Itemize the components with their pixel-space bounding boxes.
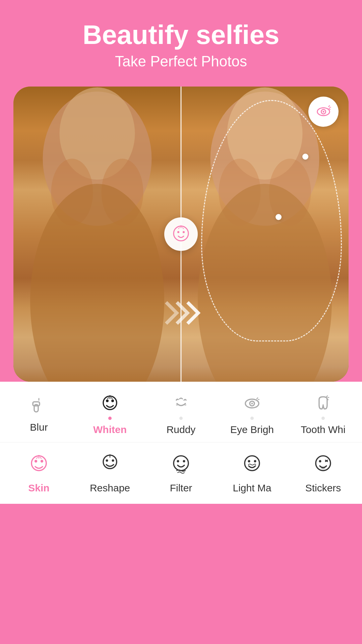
svg-point-53 xyxy=(321,467,325,469)
whiten-icon xyxy=(98,392,122,415)
svg-point-1 xyxy=(177,231,179,233)
svg-point-16 xyxy=(109,395,111,397)
skin-label: Skin xyxy=(28,482,49,494)
ruddy-label: Ruddy xyxy=(167,424,196,435)
photo-beautified xyxy=(181,87,349,382)
svg-point-44 xyxy=(177,460,179,462)
svg-point-20 xyxy=(176,404,178,406)
eye-preview-icon xyxy=(315,103,332,120)
svg-point-15 xyxy=(111,399,114,402)
preview-button[interactable] xyxy=(308,97,339,127)
category-stickers[interactable]: Stickers xyxy=(288,451,359,494)
face-icon xyxy=(171,224,191,244)
category-filter[interactable]: Filter xyxy=(145,451,217,494)
app-title: Beautify selfies xyxy=(13,20,349,50)
feature-ruddy[interactable]: Ruddy xyxy=(145,392,217,435)
svg-point-50 xyxy=(319,460,321,462)
reshape-icon xyxy=(97,451,123,478)
feature-blur[interactable]: Blur xyxy=(3,394,74,433)
tooth-whiten-label: Tooth Whi xyxy=(301,424,345,435)
category-reshape[interactable]: Reshape xyxy=(74,451,145,494)
svg-point-47 xyxy=(248,460,250,462)
eye-brighten-dot xyxy=(250,417,254,420)
face-drag-handle[interactable] xyxy=(164,217,198,251)
app-subtitle: Take Perfect Photos xyxy=(13,53,349,70)
svg-point-2 xyxy=(183,231,185,233)
svg-point-45 xyxy=(183,460,185,462)
feature-whiten[interactable]: Whiten xyxy=(74,392,145,435)
svg-point-0 xyxy=(174,226,188,241)
whiten-active-dot xyxy=(108,417,112,420)
feature-tooth-whiten[interactable]: Tooth Whi xyxy=(288,392,359,435)
svg-point-46 xyxy=(245,456,259,471)
svg-line-36 xyxy=(37,457,38,459)
blur-label: Blur xyxy=(30,422,48,433)
svg-point-33 xyxy=(41,460,43,463)
svg-line-19 xyxy=(111,397,112,399)
eye-brighten-label: Eye Brigh xyxy=(230,424,274,435)
arrow-indicator xyxy=(165,305,197,321)
reshape-label: Reshape xyxy=(90,482,130,494)
svg-point-24 xyxy=(251,402,253,404)
svg-rect-11 xyxy=(33,402,40,406)
svg-line-7 xyxy=(328,106,329,107)
beauty-dot-2 xyxy=(276,214,282,220)
feature-row: Blur Whiten xyxy=(0,382,362,442)
photo-original xyxy=(13,87,181,382)
svg-point-40 xyxy=(112,459,114,462)
eye-brighten-icon xyxy=(240,392,264,415)
svg-point-41 xyxy=(109,454,111,456)
photo-split xyxy=(13,87,349,382)
feature-eye-brighten[interactable]: Eye Brigh xyxy=(217,392,288,435)
svg-point-39 xyxy=(106,459,108,462)
svg-line-9 xyxy=(329,108,330,109)
light-makeup-label: Light Ma xyxy=(233,482,271,494)
stickers-label: Stickers xyxy=(305,482,341,494)
ruddy-dot xyxy=(179,417,183,420)
tooth-whiten-icon xyxy=(311,392,335,415)
svg-point-43 xyxy=(174,456,188,471)
svg-line-28 xyxy=(326,396,327,397)
photo-area xyxy=(0,80,362,382)
stickers-icon xyxy=(310,451,337,478)
svg-point-3 xyxy=(180,225,182,227)
blur-icon xyxy=(27,394,51,418)
bottom-toolbar: Blur Whiten xyxy=(0,382,362,504)
ruddy-icon xyxy=(169,392,193,415)
svg-line-18 xyxy=(108,397,109,399)
skin-icon xyxy=(25,451,52,478)
svg-point-6 xyxy=(323,111,324,113)
beauty-dot-1 xyxy=(302,154,308,160)
filter-icon xyxy=(168,451,194,478)
category-row: Skin Reshape xyxy=(0,442,362,504)
svg-point-21 xyxy=(184,404,186,406)
svg-line-37 xyxy=(40,457,41,459)
filter-label: Filter xyxy=(170,482,192,494)
svg-point-34 xyxy=(38,455,40,457)
photo-container xyxy=(13,87,349,382)
svg-line-25 xyxy=(257,398,258,399)
svg-point-14 xyxy=(106,399,109,402)
category-skin[interactable]: Skin xyxy=(3,451,74,494)
svg-point-32 xyxy=(35,460,37,463)
category-light-makeup[interactable]: Light Ma xyxy=(217,451,288,494)
header: Beautify selfies Take Perfect Photos xyxy=(0,0,362,80)
tooth-whiten-dot xyxy=(321,417,325,420)
light-makeup-icon xyxy=(239,451,265,478)
whiten-label: Whiten xyxy=(93,424,127,435)
svg-point-48 xyxy=(254,460,256,462)
